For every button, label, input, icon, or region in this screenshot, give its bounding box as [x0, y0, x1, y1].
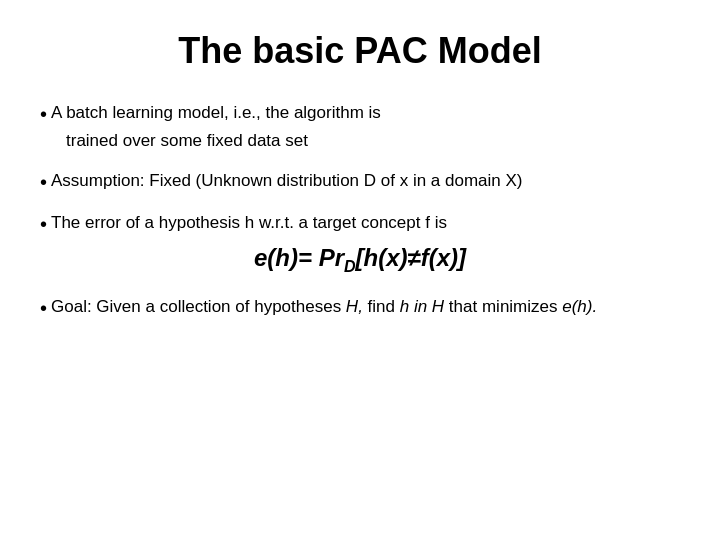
bullet-text-3: The error of a hypothesis h w.r.t. a tar… — [51, 210, 447, 236]
bullet-dot-2: • — [40, 168, 47, 196]
bullet-line-2: • Assumption: Fixed (Unknown distributio… — [40, 168, 680, 196]
bullet-item-2: • Assumption: Fixed (Unknown distributio… — [40, 168, 680, 196]
formula-text: e(h)= PrD[h(x)≠f(x)] — [254, 244, 466, 271]
bullet-line-4: • Goal: Given a collection of hypotheses… — [40, 294, 680, 322]
bullet-dot-3: • — [40, 210, 47, 238]
bullet-item-1: • A batch learning model, i.e., the algo… — [40, 100, 680, 154]
bullet-dot-4: • — [40, 294, 47, 322]
bullet-item-3: • The error of a hypothesis h w.r.t. a t… — [40, 210, 680, 281]
formula: e(h)= PrD[h(x)≠f(x)] — [40, 240, 680, 279]
slide-container: The basic PAC Model • A batch learning m… — [0, 0, 720, 540]
slide-title: The basic PAC Model — [40, 30, 680, 72]
bullet-text-4: Goal: Given a collection of hypotheses H… — [51, 294, 597, 320]
bullet-dot-1: • — [40, 100, 47, 128]
bullet-item-4: • Goal: Given a collection of hypotheses… — [40, 294, 680, 322]
bullet-line-3: • The error of a hypothesis h w.r.t. a t… — [40, 210, 680, 238]
bullet-text-1: A batch learning model, i.e., the algori… — [51, 100, 381, 126]
slide-content: • A batch learning model, i.e., the algo… — [40, 100, 680, 322]
bullet-continuation-1: trained over some fixed data set — [66, 128, 680, 154]
bullet-text-2: Assumption: Fixed (Unknown distribution … — [51, 168, 522, 194]
bullet-line-1: • A batch learning model, i.e., the algo… — [40, 100, 680, 128]
